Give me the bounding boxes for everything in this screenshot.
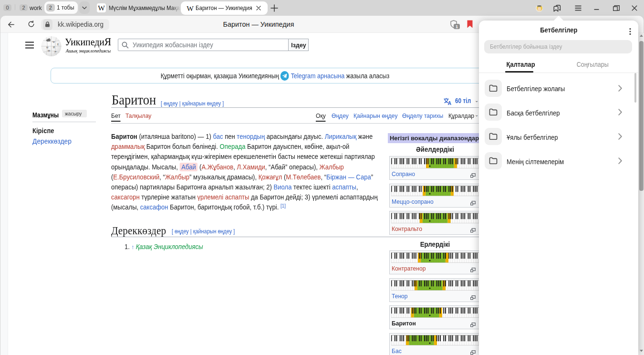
svg-text:1: 1	[456, 24, 458, 29]
svg-text:Ω: Ω	[46, 46, 48, 49]
svg-text:W: W	[52, 41, 55, 43]
svg-text:中: 中	[48, 50, 51, 52]
svg-text:ア: ア	[54, 51, 57, 53]
svg-text:И: И	[53, 46, 55, 49]
svg-text:A: A	[448, 100, 452, 105]
